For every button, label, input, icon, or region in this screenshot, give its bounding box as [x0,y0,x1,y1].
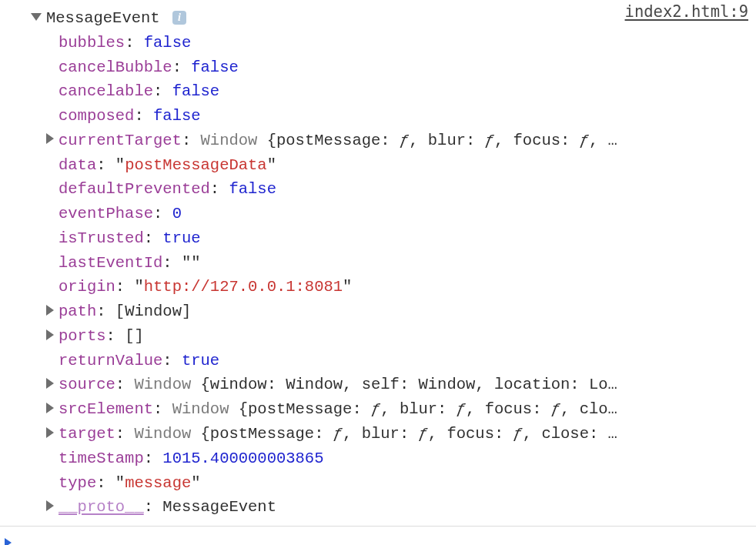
preview-body: {postMessage: [267,132,400,149]
prop-value: MessageEvent [162,498,276,516]
fn-glyph: ƒ [485,132,494,149]
fn-glyph: ƒ [457,400,466,418]
prop-eventPhase[interactable]: eventPhase: 0 [11,202,756,226]
prop-value: [] [125,327,144,345]
prop-key: composed [59,107,134,125]
fn-glyph: ƒ [371,400,380,418]
preview-mid: , blur: [409,132,484,149]
preview-prefix: Window [134,425,200,443]
prop-key: cancelable [59,82,153,100]
fn-glyph: ƒ [419,425,428,443]
prop-key: type [59,474,96,492]
prop-key: timeStamp [59,450,144,467]
preview-mid: , blur: [343,425,418,443]
fn-glyph: ƒ [580,132,589,149]
preview-tail: , close: … [523,425,617,443]
prop-value: [Window] [115,303,191,320]
prop-ports[interactable]: ports: [] [11,324,756,349]
prop-target[interactable]: target: Window {postMessage: ƒ, blur: ƒ,… [11,422,756,446]
prop-lastEventId[interactable]: lastEventId: "" [11,251,756,276]
prop-key: eventPhase [59,205,153,222]
prop-key: bubbles [59,34,125,52]
prop-currentTarget[interactable]: currentTarget: Window {postMessage: ƒ, b… [11,129,756,153]
prop-key: origin [59,278,115,296]
prop-value: http://127.0.0.1:8081 [144,278,343,296]
prop-key: currentTarget [59,132,182,149]
prop-key: __proto__ [59,498,144,516]
prop-origin[interactable]: origin: "http://127.0.0.1:8081" [11,275,756,299]
info-icon[interactable]: i [172,11,186,25]
prop-key: cancelBubble [59,59,172,76]
prop-value: false [191,59,239,76]
console-prompt[interactable] [0,527,756,545]
prop-value: true [182,352,219,369]
chevron-right-icon[interactable] [46,500,54,511]
chevron-right-icon[interactable] [46,427,54,438]
prop-value: false [229,180,276,198]
preview-mid: , focus: [494,132,580,149]
prop-value: 1015.400000003865 [162,450,323,467]
prop-value: 0 [172,205,182,222]
prop-source[interactable]: source: Window {window: Window, self: Wi… [11,373,756,397]
prop-key: isTrusted [59,229,144,247]
chevron-right-icon[interactable] [46,329,54,340]
prop-value: false [172,82,220,100]
prop-key: defaultPrevented [59,180,210,198]
prop-cancelable[interactable]: cancelable: false [11,79,756,104]
prop-key: data [59,156,96,174]
prop-value: false [144,34,192,52]
prop-returnValue[interactable]: returnValue: true [11,349,756,373]
preview-body: {postMessage: [239,400,371,418]
prop-bubbles[interactable]: bubbles: false [11,31,756,55]
chevron-right-icon[interactable] [46,378,54,389]
preview-body: {postMessage: [201,425,333,443]
prop-defaultPrevented[interactable]: defaultPrevented: false [11,177,756,202]
prop-key: lastEventId [59,254,162,272]
prop-srcElement[interactable]: srcElement: Window {postMessage: ƒ, blur… [11,397,756,422]
prop-path[interactable]: path: [Window] [11,299,756,324]
preview-tail: , clo… [560,400,617,418]
prop-value: false [153,107,201,125]
prop-value: true [162,229,200,247]
preview-mid: , focus: [466,400,551,418]
prop-key: srcElement [59,400,153,418]
prop-composed[interactable]: composed: false [11,104,756,129]
fn-glyph: ƒ [551,400,560,418]
preview-prefix: Window [134,376,200,393]
prop-key: path [59,303,96,320]
prop-type[interactable]: type: "message" [11,471,756,496]
prop-key: source [59,376,115,393]
prop-cancelBubble[interactable]: cancelBubble: false [11,55,756,80]
prop-key: ports [59,327,106,345]
prop-value: postMessageData [125,156,267,174]
prop-key: target [59,425,115,443]
preview-mid: , blur: [380,400,456,418]
chevron-right-icon[interactable] [46,305,54,316]
chevron-right-icon[interactable] [46,403,54,413]
chevron-right-icon[interactable] [46,133,54,144]
class-name: MessageEvent [46,9,160,27]
preview-prefix: Window [172,400,239,418]
chevron-down-icon[interactable] [31,13,42,21]
preview-prefix: Window [201,132,267,149]
source-link[interactable]: index2.html:9 [625,0,748,25]
preview-tail: , … [589,132,617,149]
fn-glyph: ƒ [400,132,409,149]
preview-body: {window: Window, self: Window, location:… [201,376,617,393]
prop-key: returnValue [59,352,162,369]
fn-glyph: ƒ [513,425,523,443]
prop-value: message [125,474,191,492]
prop-proto[interactable]: __proto__: MessageEvent [11,495,756,520]
prop-timeStamp[interactable]: timeStamp: 1015.400000003865 [11,446,756,471]
prop-isTrusted[interactable]: isTrusted: true [11,226,756,251]
preview-mid: , focus: [428,425,513,443]
fn-glyph: ƒ [333,425,343,443]
prop-data[interactable]: data: "postMessageData" [11,153,756,178]
prompt-caret-icon [5,538,12,545]
console-output: MessageEvent i bubbles: false cancelBubb… [0,0,756,527]
